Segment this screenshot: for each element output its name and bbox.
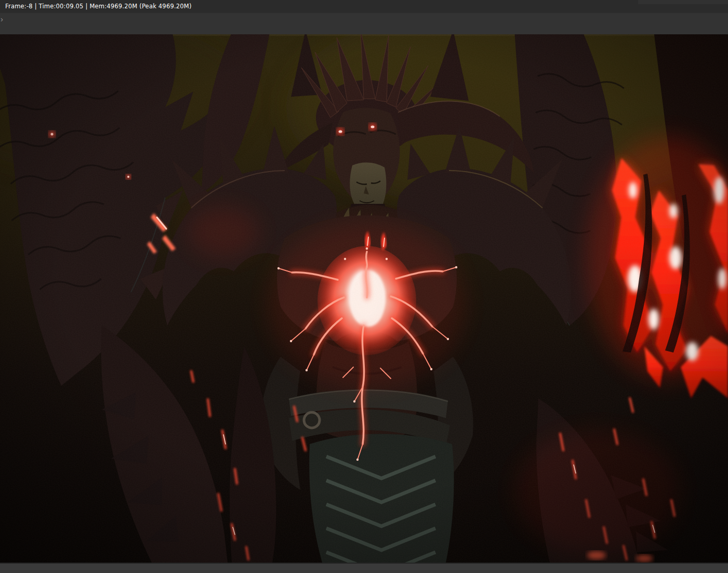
sidebar-expand-chevron-icon[interactable]: › [0, 15, 8, 24]
status-bar [0, 563, 728, 573]
viewport-top-band: › [0, 13, 728, 34]
render-image [0, 34, 728, 563]
window-corner-highlight [638, 0, 728, 4]
render-viewport[interactable] [0, 34, 728, 563]
render-stats-bar: Frame:-8 | Time:00:09.05 | Mem:4969.20M … [0, 0, 728, 13]
render-stats-text: Frame:-8 | Time:00:09.05 | Mem:4969.20M … [5, 0, 192, 13]
render-vignette [0, 34, 728, 563]
